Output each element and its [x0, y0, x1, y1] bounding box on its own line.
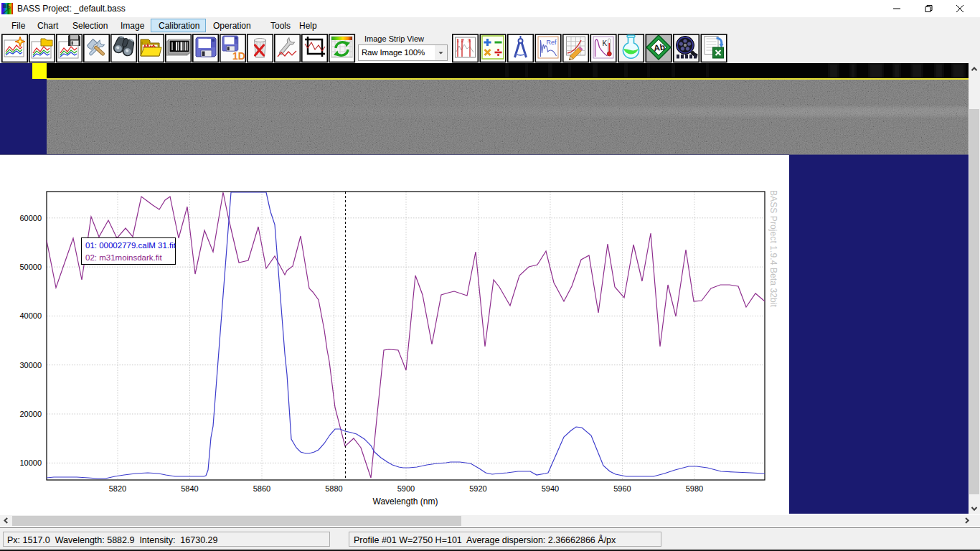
svg-text:5880: 5880	[325, 484, 342, 493]
svg-text:40000: 40000	[19, 311, 42, 320]
svg-text:5860: 5860	[253, 484, 270, 493]
svg-text:02: m31moinsdark.fit: 02: m31moinsdark.fit	[85, 253, 163, 262]
svg-text:60000: 60000	[19, 214, 42, 222]
svg-text:5960: 5960	[613, 484, 631, 493]
svg-text:5820: 5820	[109, 484, 126, 493]
svg-text:5840: 5840	[181, 484, 198, 493]
svg-text:Ab: Ab	[653, 42, 666, 53]
svg-text:10000: 10000	[19, 458, 42, 467]
svg-text:5900: 5900	[397, 484, 415, 493]
svg-text:Wavelength (nm): Wavelength (nm)	[373, 496, 438, 507]
svg-text:5940: 5940	[542, 484, 559, 493]
svg-text:1D: 1D	[232, 50, 245, 62]
svg-text:BASS Project 1.9.4 Beta 32bit: BASS Project 1.9.4 Beta 32bit	[768, 190, 778, 308]
svg-text:5980: 5980	[686, 484, 703, 493]
svg-text:Ref: Ref	[547, 39, 557, 46]
svg-text:5920: 5920	[469, 484, 486, 493]
svg-text:K: K	[603, 39, 608, 47]
svg-text:50000: 50000	[19, 263, 42, 271]
svg-text:20000: 20000	[19, 410, 42, 418]
svg-text:1 2 3: 1 2 3	[456, 37, 471, 44]
svg-text:01: 00002779.calM 31.fit: 01: 00002779.calM 31.fit	[85, 241, 176, 250]
svg-text:30000: 30000	[19, 361, 42, 369]
